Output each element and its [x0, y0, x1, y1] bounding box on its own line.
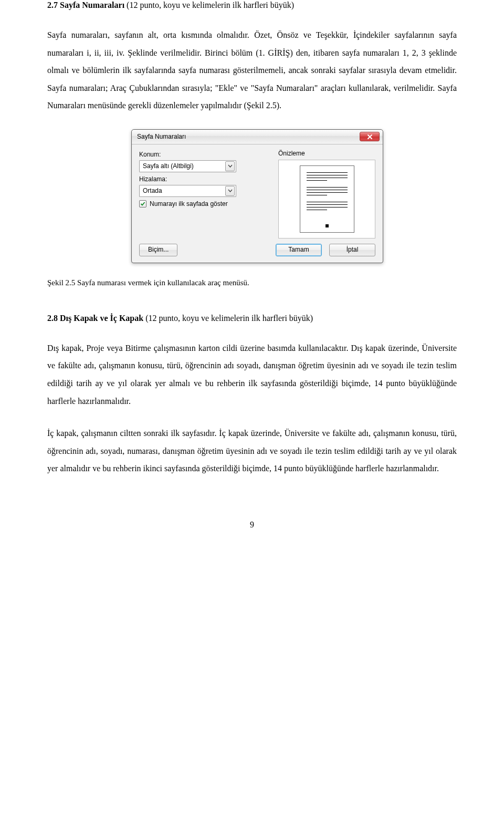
cancel-button[interactable]: İptal — [329, 244, 375, 256]
ok-button-label: Tamam — [288, 246, 309, 254]
preview-box — [278, 160, 375, 238]
chevron-down-icon — [225, 161, 235, 171]
check-icon — [140, 201, 145, 206]
dialog-right-column: Önizleme — [278, 150, 375, 238]
heading-2-8: 2.8 Dış Kapak ve İç Kapak (12 punto, koy… — [47, 313, 457, 324]
dialog-title-text: Sayfa Numaraları — [137, 133, 360, 141]
close-button[interactable] — [360, 132, 380, 141]
heading-2-7-hint: (12 punto, koyu ve kelimelerin ilk harfl… — [127, 1, 294, 9]
heading-2-7-title: 2.7 Sayfa Numaraları — [47, 1, 127, 9]
align-combo[interactable]: Ortada — [139, 185, 236, 197]
position-combo[interactable]: Sayfa altı (Altbilgi) — [139, 160, 236, 172]
show-first-page-checkbox[interactable] — [139, 200, 146, 207]
close-icon — [367, 134, 373, 140]
preview-label: Önizleme — [278, 150, 375, 158]
dialog-title-bar: Sayfa Numaraları — [132, 130, 383, 144]
chevron-down-icon — [225, 186, 235, 196]
heading-2-7: 2.7 Sayfa Numaraları (12 punto, koyu ve … — [47, 0, 457, 11]
show-first-page-label: Numarayı ilk sayfada göster — [150, 200, 228, 208]
figure-2-5-caption: Şekil 2.5 Sayfa numarası vermek için kul… — [47, 278, 457, 288]
heading-2-8-title: 2.8 Dış Kapak ve İç Kapak — [47, 314, 145, 323]
page-number: 9 — [47, 520, 457, 530]
paragraph-2-8-b: İç kapak, çalışmanın ciltten sonraki ilk… — [47, 424, 457, 478]
ok-button[interactable]: Tamam — [276, 244, 322, 256]
preview-page — [300, 165, 354, 233]
preview-page-number-icon — [300, 222, 354, 230]
page-numbers-dialog: Sayfa Numaraları Konum: Sayfa altı (Altb… — [131, 129, 383, 263]
show-first-page-row[interactable]: Numarayı ilk sayfada göster — [139, 200, 268, 208]
position-combo-value: Sayfa altı (Altbilgi) — [143, 162, 194, 170]
paragraph-2-7: Sayfa numaraları, sayfanın alt, orta kıs… — [47, 26, 457, 115]
dialog-button-row: Biçim... Tamam İptal — [132, 241, 383, 263]
align-label: Hizalama: — [139, 175, 268, 183]
cancel-button-label: İptal — [346, 246, 359, 254]
align-combo-value: Ortada — [143, 187, 162, 195]
format-button[interactable]: Biçim... — [139, 244, 177, 256]
heading-2-8-hint: (12 punto, koyu ve kelimelerin ilk harfl… — [145, 314, 313, 323]
dialog-body: Konum: Sayfa altı (Altbilgi) Hizalama: O… — [132, 144, 383, 241]
dialog-left-column: Konum: Sayfa altı (Altbilgi) Hizalama: O… — [139, 150, 268, 238]
paragraph-2-8-a: Dış kapak, Proje veya Bitirme çalışmasın… — [47, 339, 457, 410]
position-label: Konum: — [139, 151, 268, 159]
format-button-label: Biçim... — [148, 246, 169, 254]
